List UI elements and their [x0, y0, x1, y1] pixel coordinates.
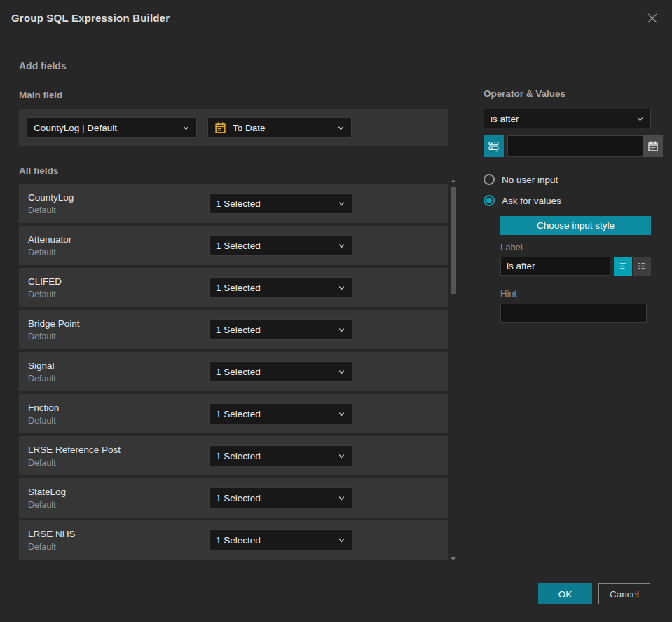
main-field-dropdown-value: CountyLog | Default: [34, 123, 117, 133]
field-row: Attenuator Default 1 Selected: [19, 226, 448, 265]
value-input-row: [484, 135, 651, 157]
label-input-row: [500, 257, 651, 276]
single-value-style-button[interactable]: [614, 257, 632, 276]
chevron-down-icon: [338, 368, 345, 376]
dialog-title: Group SQL Expression Builder: [11, 12, 170, 24]
operator-values-heading: Operator & Values: [484, 88, 651, 99]
field-row: StateLog Default 1 Selected: [19, 478, 448, 518]
dialog-footer: OK Cancel: [538, 583, 650, 604]
value-input[interactable]: [507, 135, 643, 157]
ok-button[interactable]: OK: [538, 583, 592, 604]
input-type-button[interactable]: [484, 135, 504, 157]
field-selection-dropdown[interactable]: 1 Selected: [209, 529, 352, 550]
main-field-panel: CountyLog | Default To Date: [19, 109, 448, 146]
hint-input[interactable]: [500, 304, 647, 323]
date-field-dropdown-value: To Date: [233, 123, 266, 133]
main-field-dropdown[interactable]: CountyLog | Default: [27, 117, 197, 138]
field-selection-value: 1 Selected: [216, 535, 261, 546]
scroll-up-icon[interactable]: [451, 180, 456, 182]
list-icon: [637, 261, 647, 271]
chevron-down-icon: [338, 536, 345, 544]
field-selection-value: 1 Selected: [216, 198, 261, 209]
radio-circle-selected-icon: [484, 195, 495, 206]
field-selection-value: 1 Selected: [216, 283, 261, 293]
align-left-icon: [618, 261, 628, 271]
close-icon[interactable]: [645, 11, 659, 25]
field-selection-dropdown[interactable]: 1 Selected: [209, 277, 352, 298]
field-selection-dropdown[interactable]: 1 Selected: [209, 319, 352, 340]
add-fields-heading: Add fields: [19, 60, 67, 72]
field-selection-dropdown[interactable]: 1 Selected: [209, 403, 352, 424]
ask-values-options: Choose input style Label Hint: [500, 206, 651, 323]
date-field-dropdown[interactable]: To Date: [207, 117, 352, 138]
radio-circle-icon: [484, 174, 495, 185]
radio-ask-for-values[interactable]: Ask for values: [484, 195, 651, 206]
stack-icon: [488, 140, 500, 152]
choose-input-style-button[interactable]: Choose input style: [500, 216, 651, 235]
field-row: LRSE Reference Post Default 1 Selected: [19, 436, 448, 475]
field-selection-value: 1 Selected: [216, 493, 261, 503]
field-selection-value: 1 Selected: [216, 409, 261, 419]
operator-dropdown-value: is after: [491, 114, 519, 124]
field-row: LRSE NHS Default 1 Selected: [19, 520, 448, 560]
chevron-down-icon: [338, 410, 345, 418]
main-field-label: Main field: [19, 90, 62, 100]
field-row: Friction Default 1 Selected: [19, 394, 448, 433]
radio-no-user-input[interactable]: No user input: [484, 174, 651, 185]
field-row: Signal Default 1 Selected: [19, 352, 448, 391]
fields-list-scrollbar: [450, 178, 457, 560]
label-input[interactable]: [500, 257, 610, 276]
field-selection-dropdown[interactable]: 1 Selected: [209, 235, 352, 256]
field-selection-value: 1 Selected: [216, 451, 261, 461]
calendar-icon: [214, 122, 226, 134]
dialog-titlebar: Group SQL Expression Builder: [0, 0, 672, 36]
field-selection-value: 1 Selected: [216, 241, 261, 251]
chevron-down-icon: [338, 326, 345, 334]
chevron-down-icon: [337, 124, 345, 132]
label-caption: Label: [500, 242, 651, 252]
date-picker-button[interactable]: [643, 135, 663, 157]
field-selection-dropdown[interactable]: 1 Selected: [209, 361, 352, 382]
field-row: CLIFED Default 1 Selected: [19, 268, 448, 307]
scrollbar-thumb[interactable]: [451, 187, 456, 294]
operator-dropdown[interactable]: is after: [484, 109, 651, 128]
all-fields-label: All fields: [19, 165, 58, 176]
chevron-down-icon: [636, 115, 644, 123]
field-selection-value: 1 Selected: [216, 325, 261, 335]
all-fields-list: CountyLog Default 1 Selected Attenuator …: [19, 184, 448, 562]
list-style-button[interactable]: [633, 257, 651, 276]
scroll-down-icon[interactable]: [451, 557, 456, 560]
field-selection-dropdown[interactable]: 1 Selected: [209, 445, 352, 466]
field-row: CountyLog Default 1 Selected: [19, 184, 448, 223]
field-selection-dropdown[interactable]: 1 Selected: [209, 487, 352, 508]
chevron-down-icon: [338, 452, 345, 460]
field-selection-value: 1 Selected: [216, 367, 261, 377]
chevron-down-icon: [338, 200, 345, 208]
field-selection-dropdown[interactable]: 1 Selected: [209, 193, 352, 214]
hint-caption: Hint: [500, 288, 651, 299]
calendar-icon: [647, 141, 659, 152]
cancel-button[interactable]: Cancel: [598, 583, 650, 604]
field-row: Bridge Point Default 1 Selected: [19, 310, 448, 349]
chevron-down-icon: [338, 242, 345, 250]
chevron-down-icon: [338, 284, 345, 292]
chevron-down-icon: [338, 494, 345, 502]
operator-values-panel: Operator & Values is after No user input: [484, 84, 651, 323]
chevron-down-icon: [182, 124, 190, 132]
vertical-divider: [465, 83, 465, 561]
